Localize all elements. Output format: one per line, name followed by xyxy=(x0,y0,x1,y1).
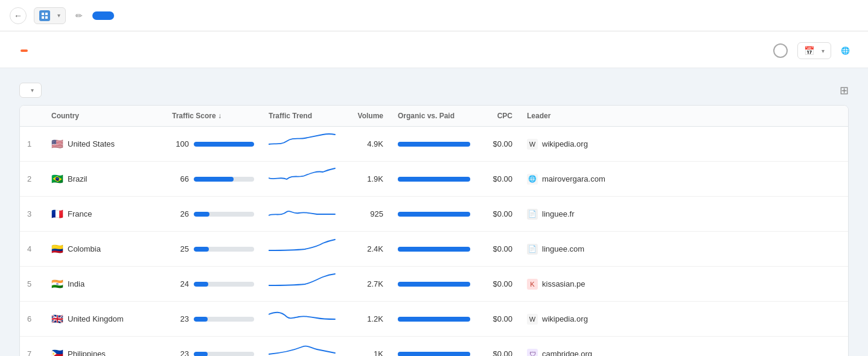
country-flag: 🇬🇧 xyxy=(51,313,63,325)
organic-paid-bar xyxy=(398,352,470,357)
rank-column-header xyxy=(20,106,44,127)
main-content: ▾ ⊞ Country Traffic Score ↓ Traffic Tren… xyxy=(0,68,868,356)
organic-paid-bar xyxy=(398,142,470,147)
score-bar-bg xyxy=(194,317,254,322)
traffic-table: Country Traffic Score ↓ Traffic Trend Vo… xyxy=(19,105,849,356)
organic-paid-cell xyxy=(391,197,477,232)
score-bar-bg xyxy=(194,282,254,287)
country-cell: 🇨🇴 Colombia xyxy=(44,232,165,267)
score-bar-fill xyxy=(194,177,234,182)
edit-icon: ✏ xyxy=(75,11,83,21)
header-controls: 📅 ▾ 🌐 xyxy=(773,42,854,59)
organic-paid-bar xyxy=(398,212,470,217)
volume-cell: 925 xyxy=(348,197,391,232)
organic-paid-cell xyxy=(391,302,477,337)
compare-button[interactable] xyxy=(92,11,114,20)
country-name: United States xyxy=(68,139,115,148)
country-cell: 🇫🇷 France xyxy=(44,197,165,232)
rank-cell: 4 xyxy=(20,232,44,267)
leader-name: cambridge.org xyxy=(542,349,592,356)
score-bar-bg xyxy=(194,247,254,252)
score-number: 25 xyxy=(172,244,189,253)
cpc-cell: $0.00 xyxy=(477,267,520,302)
date-dropdown-icon: ▾ xyxy=(822,48,825,54)
country-name: Brazil xyxy=(68,174,88,183)
traffic-score-column-header[interactable]: Traffic Score ↓ xyxy=(165,106,261,127)
country-flag: 🇮🇳 xyxy=(51,278,63,290)
score-bar-bg xyxy=(194,177,254,182)
leader-name: linguee.fr xyxy=(542,209,574,218)
organic-paid-bar xyxy=(398,247,470,252)
trend-cell xyxy=(261,197,348,232)
trend-cell xyxy=(261,162,348,197)
score-number: 100 xyxy=(172,139,189,148)
country-column-header[interactable]: Country xyxy=(44,106,165,127)
volume-cell: 2.4K xyxy=(348,232,391,267)
svg-rect-1 xyxy=(45,13,48,15)
country-flag: 🇺🇸 xyxy=(51,138,63,150)
page-title-area xyxy=(14,49,28,52)
leader-icon: 📄 xyxy=(527,244,538,255)
sort-icon: ↓ xyxy=(218,112,222,120)
keyword-group-pill[interactable]: ▾ xyxy=(34,7,66,24)
rank-cell: 3 xyxy=(20,197,44,232)
leader-icon: W xyxy=(527,139,538,150)
organic-paid-filter[interactable]: ▾ xyxy=(19,83,42,98)
country-flag: 🇨🇴 xyxy=(51,243,63,255)
leader-cell: 📄 linguee.com xyxy=(520,232,848,267)
volume-cell: 2.7K xyxy=(348,267,391,302)
trend-cell xyxy=(261,337,348,357)
export-button[interactable]: ⊞ xyxy=(840,84,849,97)
cpc-cell: $0.00 xyxy=(477,302,520,337)
svg-rect-3 xyxy=(45,16,48,19)
leader-cell: 🛡 cambridge.org xyxy=(520,337,848,357)
edit-button[interactable]: ✏ xyxy=(73,8,85,23)
organic-paid-column-header: Organic vs. Paid xyxy=(391,106,477,127)
trend-cell xyxy=(261,267,348,302)
score-bar-bg xyxy=(194,212,254,217)
leader-name: linguee.com xyxy=(542,244,584,253)
rank-cell: 1 xyxy=(20,127,44,162)
volume-cell: 1.2K xyxy=(348,302,391,337)
score-cell: 24 xyxy=(165,267,261,302)
country-cell: 🇵🇭 Philippines xyxy=(44,337,165,357)
score-bar-fill xyxy=(194,142,254,147)
date-filter[interactable]: 📅 ▾ xyxy=(797,42,831,59)
country-cell: 🇮🇳 India xyxy=(44,267,165,302)
leader-column-header: Leader xyxy=(520,106,848,127)
table-row: 2 🇧🇷 Brazil 66 1.9K $0.00 xyxy=(20,162,848,197)
score-cell: 23 xyxy=(165,337,261,357)
leader-name: kissasian.pe xyxy=(542,279,586,288)
country-flag: 🇵🇭 xyxy=(51,348,63,356)
score-bar-fill xyxy=(194,352,208,357)
volume-cell: 1.9K xyxy=(348,162,391,197)
score-cell: 26 xyxy=(165,197,261,232)
score-number: 23 xyxy=(172,314,189,323)
trend-cell xyxy=(261,127,348,162)
rank-cell: 6 xyxy=(20,302,44,337)
traffic-trend-column-header: Traffic Trend xyxy=(261,106,348,127)
cpc-column-header: CPC xyxy=(477,106,520,127)
score-cell: 66 xyxy=(165,162,261,197)
top-navigation: ← ▾ ✏ xyxy=(0,0,868,31)
new-badge xyxy=(21,49,28,52)
organic-paid-bar xyxy=(398,282,470,287)
rank-cell: 5 xyxy=(20,267,44,302)
trend-cell xyxy=(261,232,348,267)
table-row: 5 🇮🇳 India 24 2.7K $0.00 xyxy=(20,267,848,302)
organic-paid-bar xyxy=(398,177,470,182)
score-bar-fill xyxy=(194,282,208,287)
table-row: 3 🇫🇷 France 26 925 $0.00 xyxy=(20,197,848,232)
country-name: Philippines xyxy=(68,349,106,356)
export-icon: ⊞ xyxy=(840,84,849,97)
cpc-cell: $0.00 xyxy=(477,337,520,357)
help-icon[interactable] xyxy=(773,43,788,58)
country-cell: 🇬🇧 United Kingdom xyxy=(44,302,165,337)
back-button[interactable]: ← xyxy=(10,7,27,24)
score-number: 26 xyxy=(172,209,189,218)
svg-rect-2 xyxy=(42,16,44,19)
region-filter[interactable]: 🌐 xyxy=(841,46,854,55)
leader-cell: W wikipedia.org xyxy=(520,302,848,337)
cpc-cell: $0.00 xyxy=(477,162,520,197)
score-cell: 23 xyxy=(165,302,261,337)
